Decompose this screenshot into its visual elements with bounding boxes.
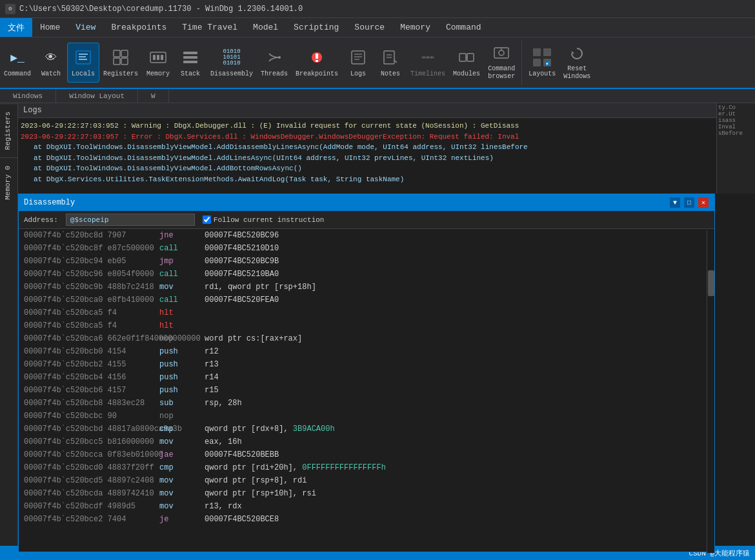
disasm-address: 00007f4b`c520bce2 7404 xyxy=(24,514,159,525)
memory-label: Memory xyxy=(146,70,170,78)
w-section: W xyxy=(138,89,169,103)
ribbon-stack[interactable]: Stack xyxy=(174,43,206,83)
disasm-address: 00007f4b`c520bcb0 4154 xyxy=(24,346,159,357)
follow-checkbox[interactable]: Follow current instruction xyxy=(203,215,325,224)
follow-checkbox-input[interactable] xyxy=(203,215,211,224)
ribbon-timelines[interactable]: Timelines xyxy=(407,43,449,83)
disasm-row: 00007f4b`c520bcda 4889742410movqword ptr… xyxy=(19,487,714,500)
svg-rect-37 xyxy=(543,48,551,56)
disasm-operand: r15 xyxy=(205,385,219,396)
logs-icon xyxy=(348,47,368,68)
disasm-address: 00007f4b`c520bca0 e8fb410000 xyxy=(24,294,159,306)
ribbon-command[interactable]: ▶_ Command xyxy=(0,43,35,83)
svg-marker-42 xyxy=(572,51,574,54)
disassembly-dropdown-btn[interactable]: ▼ xyxy=(669,197,681,208)
svg-rect-17 xyxy=(316,54,318,59)
disasm-row: 00007f4b`c520bc9b 488b7c2418movrdi, qwor… xyxy=(19,281,714,294)
disasm-operand: qword ptr [rsp+10h], rsi xyxy=(205,488,316,499)
menu-scripting[interactable]: Scripting xyxy=(286,18,347,37)
disasm-opcode: nop xyxy=(159,333,205,345)
disasm-operand: r13, rdx xyxy=(205,501,242,512)
disassembly-scrollbar-thumb[interactable] xyxy=(708,270,714,296)
disasm-row: 00007f4b`c520bca5 f4hlt xyxy=(19,306,714,319)
disassembly-maximize-btn[interactable]: □ xyxy=(683,197,695,208)
disasm-address: 00007f4b`c520bcb2 4155 xyxy=(24,359,159,370)
disasm-operand: 00007F4BC520BC96 xyxy=(205,230,279,241)
svg-rect-5 xyxy=(121,50,128,57)
command-label: Command xyxy=(4,70,31,78)
svg-rect-4 xyxy=(114,50,120,57)
ribbon-reset-windows[interactable]: ResetWindows xyxy=(559,43,594,83)
ribbon-command-browser[interactable]: Commandbrowser xyxy=(484,43,519,83)
logs-panel: Logs 2023-06-29:22:27:03:952 : Warning :… xyxy=(18,103,755,559)
disassembly-close-btn[interactable]: ✕ xyxy=(698,197,709,208)
disasm-address: 00007f4b`c520bcd5 48897c2408 xyxy=(24,475,159,486)
ribbon-breakpoints[interactable]: Breakpoints xyxy=(292,43,342,83)
svg-rect-19 xyxy=(352,51,365,64)
modules-icon xyxy=(456,47,477,68)
watch-icon: 👁 xyxy=(41,47,61,68)
menu-timetravel[interactable]: Time Travel xyxy=(174,18,245,37)
ribbon-memory[interactable]: Memory xyxy=(142,43,174,83)
window-layout-section: Window Layout xyxy=(56,89,138,103)
ribbon-disassembly[interactable]: 010101010101010 Disassembly xyxy=(206,43,257,83)
sidebar-tab-registers[interactable]: Registers xyxy=(0,103,17,157)
registers-label: Registers xyxy=(103,70,138,78)
ribbon-registers[interactable]: Registers xyxy=(99,43,142,83)
disasm-address: 00007f4b`c520bcb4 4156 xyxy=(24,372,159,383)
disasm-row: 00007f4b`c520bcd0 48837f20ffcmpqword ptr… xyxy=(19,461,714,474)
timelines-icon xyxy=(418,47,438,68)
threads-icon xyxy=(264,47,285,68)
menu-command[interactable]: Command xyxy=(438,18,489,37)
ribbon-logs[interactable]: Logs xyxy=(342,43,374,83)
disasm-row: 00007f4b`c520bc96 e8054f0000call00007F4B… xyxy=(19,268,714,281)
ribbon-watch[interactable]: 👁 Watch xyxy=(35,43,67,83)
disasm-operand: eax, 16h xyxy=(205,436,242,448)
menu-view[interactable]: View xyxy=(68,18,103,37)
svg-point-27 xyxy=(423,56,425,59)
menu-source[interactable]: Source xyxy=(347,18,392,37)
ribbon-modules[interactable]: Modules xyxy=(449,43,484,83)
disasm-row: 00007f4b`c520bca6 662e0f1f840000000000no… xyxy=(19,332,714,345)
main-area: Registers Memory 0 Logs 2023-06-29:22:27… xyxy=(0,103,755,559)
svg-rect-9 xyxy=(153,55,156,60)
breakpoints-icon xyxy=(307,47,327,68)
ribbon-notes[interactable]: Notes xyxy=(374,43,407,83)
watch-label: Watch xyxy=(41,70,61,78)
menu-memory[interactable]: Memory xyxy=(392,18,438,37)
ribbon-layouts[interactable]: ▼ Layouts xyxy=(525,43,559,83)
memory-icon xyxy=(148,47,168,68)
disasm-opcode: push xyxy=(159,372,205,383)
disasm-address: 00007f4b`c520bc9b 488b7c2418 xyxy=(24,281,159,293)
menu-file[interactable]: 文件 xyxy=(0,18,32,37)
windows-section: Windows xyxy=(0,89,56,103)
disasm-opcode: call xyxy=(159,243,205,254)
svg-rect-12 xyxy=(183,52,197,54)
disasm-operand: qword ptr [rdx+8], 3B9ACA00h xyxy=(205,423,335,435)
menu-breakpoints[interactable]: Breakpoints xyxy=(103,18,174,37)
disasm-address: 00007f4b`c520bc8f e87c500000 xyxy=(24,243,159,254)
menu-home[interactable]: Home xyxy=(32,18,68,37)
disasm-opcode: je xyxy=(159,514,205,525)
disassembly-content[interactable]: 00007f4b`c520bc8d 7907jne00007F4BC520BC9… xyxy=(19,229,714,552)
window-layout-label: Window Layout xyxy=(69,92,125,100)
locals-icon xyxy=(73,47,94,68)
ribbon-locals[interactable]: Locals xyxy=(67,43,99,83)
sub-ribbon: Windows Window Layout W xyxy=(0,89,755,103)
sidebar-tab-memory[interactable]: Memory 0 xyxy=(0,157,17,208)
disassembly-scrollbar[interactable] xyxy=(707,230,714,553)
disassembly-window: Disassembly ▼ □ ✕ Address: Follow curren… xyxy=(18,194,715,552)
disasm-row: 00007f4b`c520bcb4 4156pushr14 xyxy=(19,371,714,384)
disasm-row: 00007f4b`c520bcbc 90nop xyxy=(19,410,714,423)
disasm-row: 00007f4b`c520bcbd 48817a0800ca9a3bcmpqwo… xyxy=(19,423,714,435)
address-input[interactable] xyxy=(66,214,195,226)
ribbon-threads[interactable]: Threads xyxy=(257,43,292,83)
disasm-opcode: hlt xyxy=(159,320,205,332)
disasm-address: 00007f4b`c520bcc5 b816000000 xyxy=(24,436,159,448)
svg-rect-11 xyxy=(161,55,163,60)
menu-model[interactable]: Model xyxy=(245,18,286,37)
disasm-row: 00007f4b`c520bc94 eb05jmp00007F4BC520BC9… xyxy=(19,255,714,268)
command-icon: ▶_ xyxy=(7,47,28,68)
disasm-row: 00007f4b`c520bcca 0f83eb010000jae00007F4… xyxy=(19,448,714,461)
svg-point-34 xyxy=(499,50,504,55)
